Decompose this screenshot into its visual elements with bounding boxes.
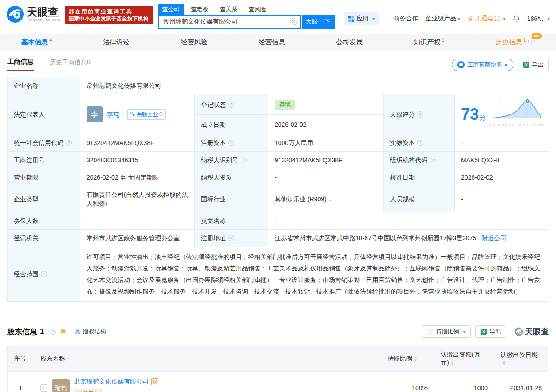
tab-history-count: 1 xyxy=(524,37,526,43)
shareholder-avatar[interactable]: 瑞鹤 xyxy=(52,379,70,392)
company-info-table: 企业名称 常州瑞鹤文化传媒有限公司 法定代表人 李 李莼 关联企业 6 xyxy=(7,77,549,302)
help-icon[interactable]: ? xyxy=(241,157,247,163)
search-tab-boss[interactable]: 查老板 xyxy=(187,4,213,15)
score-cell: 73分 0 1 5 15 50 65 97 99 100 xyxy=(455,94,549,134)
status-badge: 存续 xyxy=(275,100,295,110)
shareholder-name-link[interactable]: 北京瑞鹤文化传媒有限公司 xyxy=(74,378,149,386)
subscribe-bell-icon[interactable] xyxy=(59,328,67,336)
equity-structure-label: 股权结构 xyxy=(83,328,106,336)
help-icon[interactable]: ? xyxy=(228,235,234,241)
shareholder-cell: + 瑞鹤 北京瑞鹤文化传媒有限公司 股 控股股东 xyxy=(34,372,381,392)
equity-structure-button[interactable]: 股权结构 xyxy=(71,326,110,337)
tab-ip-count: 1 xyxy=(442,37,445,43)
reg-status-label: 登记状态? xyxy=(195,94,268,115)
sort-icon[interactable]: ▲▼ xyxy=(414,356,417,361)
industry-label: 国标行业 xyxy=(195,186,268,212)
help-icon[interactable]: ? xyxy=(430,157,436,163)
enterprise-label: 企业级产品 xyxy=(425,15,456,22)
company-type-value: 有限责任公司(自然人投资或控股的法人独资) xyxy=(80,186,195,212)
search-block: 查公司 查老板 查关系 查风险 × 天眼一下 xyxy=(158,4,335,29)
company-name-value: 常州瑞鹤文化传媒有限公司 xyxy=(80,77,549,94)
help-icon[interactable]: ? xyxy=(228,102,234,108)
tab-history-info[interactable]: 历史信息1 ? VIP xyxy=(496,38,535,47)
tab-operating-info[interactable]: 经营信息 xyxy=(258,38,285,47)
tab-basic-info[interactable]: 基本信息4 xyxy=(21,38,52,47)
tab-lawsuit[interactable]: 法律诉讼 xyxy=(103,38,130,47)
search-tab-relation[interactable]: 查关系 xyxy=(216,4,242,15)
nav-enterprise[interactable]: 企业级产品▾ xyxy=(425,15,460,23)
help-icon[interactable]: ? xyxy=(417,111,423,118)
tab-company-development[interactable]: 公司发展 xyxy=(336,38,363,47)
business-info-section: 企业名称 常州瑞鹤文化传媒有限公司 法定代表人 李 李莼 关联企业 6 xyxy=(0,75,556,302)
business-scope-value: 许可项目：营业性演出；演出经纪（依法须经批准的项目，经相关部门批准后方可开展经营… xyxy=(80,247,549,302)
search-button[interactable]: 天眼一下 xyxy=(302,15,335,29)
apps-grid-icon xyxy=(348,16,354,22)
search-input[interactable] xyxy=(158,15,301,29)
help-icon[interactable]: ? xyxy=(66,140,72,146)
shareholders-title: 股东信息 xyxy=(7,327,37,337)
official-snapshot-button[interactable]: 工商官网快照 ▸ xyxy=(452,59,513,71)
address-label: 注册地址? xyxy=(195,230,268,247)
score-axis-labels: 0 1 5 15 50 65 97 99 100 xyxy=(489,121,543,130)
search-tab-company[interactable]: 查公司 xyxy=(158,4,184,15)
legal-rep-label: 法定代表人 xyxy=(8,94,80,134)
tab-operating-label: 经营信息 xyxy=(258,38,285,47)
shareholders-export-button[interactable]: X 导出 xyxy=(475,325,506,338)
help-icon: ? xyxy=(427,329,433,335)
chevron-down-icon[interactable]: ⌄ xyxy=(328,196,333,203)
watermark-logo-icon xyxy=(514,327,523,336)
credit-code-label: 统一社会信用代码? xyxy=(8,134,80,152)
crown-icon: ♛ xyxy=(467,15,473,23)
tab-development-label: 公司发展 xyxy=(336,38,363,47)
nav-cooperation[interactable]: 商务合作 xyxy=(393,15,418,23)
subtab-bar: 工商信息 历史工商信息0 工商官网快照 ▸ X 导出 xyxy=(0,51,556,75)
slogan-line2: 国家中小企业发展子基金旗下机构 xyxy=(69,15,149,22)
tab-intellectual-property[interactable]: 知识产权1 xyxy=(414,38,445,47)
user-phone[interactable]: 186*... ▾ xyxy=(527,15,550,22)
top-nav: 应用 ▾ 商务合作 企业级产品▾ ♛ 开通会员 ▾ 186*... ▾ xyxy=(344,12,550,25)
search-tab-risk[interactable]: 查风险 xyxy=(244,4,271,15)
sort-icon[interactable]: ▲▼ xyxy=(451,360,454,365)
help-icon[interactable]: ? xyxy=(528,38,535,44)
industry-value: 其他娱乐业 (R909)⌄ xyxy=(268,186,384,212)
related-companies-badge[interactable]: 关联企业 6 xyxy=(127,109,166,120)
col-shareholder-name: 股东名称 xyxy=(34,346,381,372)
establish-date-value: 2026-02-02 xyxy=(268,115,384,134)
legal-rep-link[interactable]: 李莼 xyxy=(107,110,119,119)
apps-label: 应用 xyxy=(356,15,369,23)
score-value[interactable]: 73分 xyxy=(461,106,486,123)
score-label: 天眼评分? xyxy=(384,94,455,134)
legal-rep-cell: 李 李莼 关联企业 6 xyxy=(80,94,195,134)
legal-rep-avatar[interactable]: 李 xyxy=(87,106,103,122)
help-icon[interactable]: ? xyxy=(228,140,234,146)
holding-ratio-dropdown[interactable]: ? 持股比例 ▾ xyxy=(422,325,471,338)
equity-tag-icon[interactable]: 股 xyxy=(151,378,158,385)
org-code-value: MAK5LQX3-8 xyxy=(455,152,549,169)
tab-operating-risk[interactable]: 经营风险 xyxy=(181,38,207,47)
expand-button[interactable]: + xyxy=(40,384,47,392)
score-number: 73 xyxy=(461,105,479,123)
holding-ratio-label: 持股比例 xyxy=(436,328,459,336)
bell-icon[interactable] xyxy=(513,15,520,23)
english-name-value: - xyxy=(268,212,549,230)
tab-risk-label: 经营风险 xyxy=(181,38,207,47)
sort-icon[interactable]: ▲▼ xyxy=(502,361,505,366)
apps-button[interactable]: 应用 ▾ xyxy=(344,12,379,25)
snapshot-label: 工商官网快照 xyxy=(467,61,502,69)
help-icon[interactable]: ? xyxy=(417,140,423,146)
clear-icon[interactable]: × xyxy=(290,18,297,25)
col-index: 序号 xyxy=(8,346,34,372)
nav-vip[interactable]: ♛ 开通会员 ▾ xyxy=(467,15,505,23)
tab-basic-count: 4 xyxy=(49,37,52,43)
help-icon[interactable]: ? xyxy=(41,271,47,277)
export-button[interactable]: X 导出 xyxy=(518,59,549,71)
help-icon[interactable]: ? xyxy=(50,329,56,335)
subtab-history-business-info[interactable]: 历史工商信息0 xyxy=(50,59,91,71)
col-subscribed-date: 认缴出资日期▲▼ xyxy=(494,346,548,372)
tab-basic-label: 基本信息 xyxy=(21,38,48,47)
subtab-business-info[interactable]: 工商信息 xyxy=(7,58,34,71)
nearby-companies-link[interactable]: 附近公司 xyxy=(481,235,506,242)
tax-quality-label: 纳税人资质 xyxy=(195,169,268,186)
tianyancha-logo[interactable]: 天眼查 TianYanCha.com xyxy=(6,5,60,23)
chevron-down-icon: ▾ xyxy=(457,16,460,21)
